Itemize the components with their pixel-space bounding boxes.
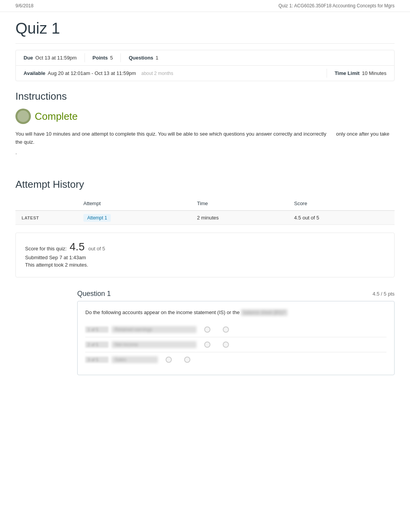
time-limit-col: Time Limit 10 Minutes: [327, 69, 394, 78]
question-title: Question 1: [77, 290, 111, 298]
answer-radio-2b: [218, 342, 234, 348]
quiz-meta: Due Oct 13 at 11:59pm Points 5 Questions…: [15, 50, 395, 81]
questions-col: Questions 1: [120, 53, 166, 62]
top-bar: 9/6/2018 Quiz 1: ACG6026.350F18 Accounti…: [0, 0, 410, 12]
due-col: Due Oct 13 at 11:59pm: [16, 53, 85, 62]
meta-row-2: Available Aug 20 at 12:01am - Oct 13 at …: [16, 66, 394, 81]
answer-row-1: 1 of 5 Retained earnings: [85, 322, 386, 337]
question-blurred: balance sheet (BS)?: [241, 309, 288, 316]
instructions-body: You will have 10 minutes and one attempt…: [15, 131, 326, 137]
attempt-link[interactable]: Attempt 1: [83, 214, 111, 222]
question-section: Question 1 4.5 / 5 pts Do the following …: [15, 287, 395, 375]
radio-circle-3b: [184, 357, 190, 363]
answer-radio-1b: [218, 326, 234, 333]
due-value: Oct 13 at 11:59pm: [36, 55, 77, 61]
question-main-text: Do the following accounts appear on the …: [85, 309, 240, 315]
time-limit-label: Time Limit: [335, 70, 360, 76]
radio-circle-3a: [166, 357, 172, 363]
available-col: Available Aug 20 at 12:01am - Oct 13 at …: [16, 69, 181, 78]
main-content: Quiz 1 Due Oct 13 at 11:59pm Points 5 Qu…: [0, 12, 410, 391]
points-value: 5: [110, 55, 113, 61]
attempt-row: LATEST Attempt 1 2 minutes 4.5 out of 5: [15, 211, 395, 225]
answer-radio-3b: [180, 357, 195, 363]
attempt-table: Attempt Time Score LATEST Attempt 1 2 mi…: [15, 197, 395, 225]
latest-badge: LATEST: [22, 216, 39, 220]
date-label: 9/6/2018: [15, 3, 34, 8]
col-score: Score: [288, 197, 395, 211]
attempt-history-section: Attempt History Attempt Time Score LATES…: [15, 178, 395, 375]
answer-num-1: 1 of 5: [85, 326, 108, 333]
points-label: Points: [93, 55, 108, 61]
answer-option-3: Sales: [112, 356, 158, 363]
question-text: Do the following accounts appear on the …: [85, 309, 386, 316]
dot-line: .: [15, 150, 395, 155]
radio-circle-1a: [204, 326, 210, 333]
answer-radio-2a: [200, 342, 215, 348]
meta-row-1: Due Oct 13 at 11:59pm Points 5 Questions…: [16, 50, 394, 66]
questions-value: 1: [156, 55, 158, 61]
radio-circle-2b: [223, 342, 229, 348]
time-limit-value: 10 Minutes: [362, 70, 386, 76]
col-attempt: Attempt: [77, 197, 191, 211]
answer-option-2: Net income: [112, 341, 197, 348]
quiz-title: Quiz 1: [15, 20, 395, 44]
question-pts: 4.5 / 5 pts: [373, 291, 395, 297]
instructions-text: You will have 10 minutes and one attempt…: [15, 130, 395, 146]
answer-num-2: 2 of 5: [85, 342, 108, 348]
score-big: 4.5: [69, 241, 85, 253]
available-value: Aug 20 at 12:01am - Oct 13 at 11:59pm: [48, 70, 136, 76]
score-summary-row-1: Score for this quiz: 4.5 out of 5: [25, 241, 385, 253]
complete-badge: Complete: [15, 109, 395, 124]
answer-row-3: 3 of 5 Sales: [85, 352, 386, 367]
col-time: Time: [191, 197, 288, 211]
answer-option-1: Retained earnings: [112, 326, 197, 333]
score-took: This attempt took 2 minutes.: [25, 262, 385, 268]
score-submitted: Submitted Sep 7 at 1:43am: [25, 255, 385, 260]
attempt-history-title: Attempt History: [15, 178, 395, 190]
answer-radio-1a: [200, 326, 215, 333]
question-body: Do the following accounts appear on the …: [77, 301, 395, 375]
available-label: Available: [24, 70, 46, 76]
attempt-score: 4.5 out of 5: [288, 211, 395, 225]
answer-row-2: 2 of 5 Net income: [85, 337, 386, 352]
attempt-time: 2 minutes: [191, 211, 288, 225]
instructions-title: Instructions: [15, 90, 395, 102]
breadcrumb: Quiz 1: ACG6026.350F18 Accounting Concep…: [278, 3, 395, 8]
complete-label: Complete: [35, 110, 78, 122]
question-header: Question 1 4.5 / 5 pts: [77, 287, 395, 301]
radio-circle-1b: [223, 326, 229, 333]
available-duration: about 2 months: [141, 71, 173, 76]
score-summary-box: Score for this quiz: 4.5 out of 5 Submit…: [15, 233, 395, 277]
points-col: Points 5: [85, 53, 121, 62]
score-out-of: out of 5: [88, 246, 105, 252]
complete-icon: [15, 109, 31, 124]
due-label: Due: [24, 55, 33, 61]
answer-radio-3a: [161, 357, 176, 363]
score-label: Score for this quiz:: [25, 246, 67, 252]
radio-circle-2a: [204, 342, 210, 348]
answer-num-3: 3 of 5: [85, 357, 108, 363]
questions-label: Questions: [129, 55, 153, 61]
